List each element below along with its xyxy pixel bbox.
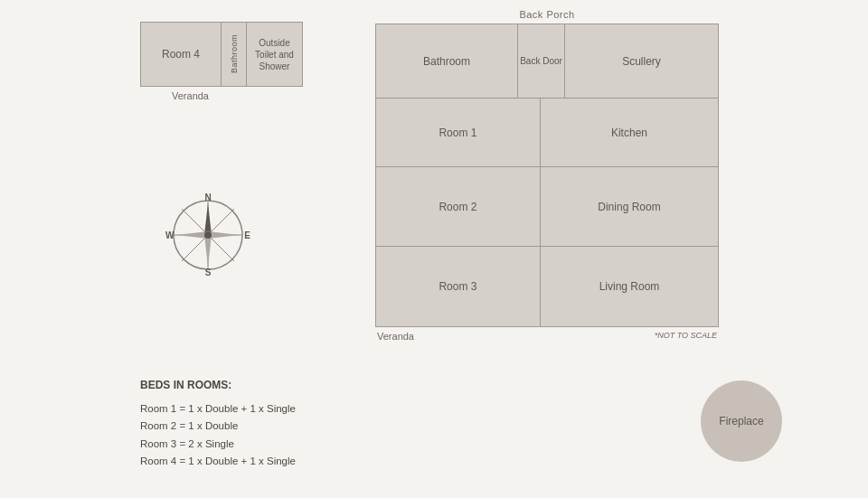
row3: Room 2 Dining Room [376,167,718,247]
room1-cell: Room 1 [376,99,541,166]
room4-label: Room 4 [162,48,200,61]
veranda-left-label: Veranda [172,90,209,101]
beds-line-1: Room 1 = 1 x Double + 1 x Single [140,400,296,418]
kitchen-cell: Kitchen [541,99,718,166]
diningroom-label: Dining Room [598,201,660,213]
bathroom-small-cell: Bathroom [222,22,247,87]
scullery-cell: Scullery [565,24,718,98]
beds-line-4: Room 4 = 1 x Double + 1 x Single [140,453,296,471]
fireplace: Fireplace [701,381,782,462]
bathroom-label: Bathroom [423,55,470,68]
room2-cell: Room 2 [376,167,541,246]
floorplan: Room 4 Bathroom Outside Toilet and Showe… [0,0,868,498]
row2: Room 1 Kitchen [376,99,718,167]
svg-marker-6 [204,235,212,267]
svg-point-9 [204,231,212,239]
svg-marker-8 [176,231,208,239]
compass-north: N [204,193,211,202]
backdoor-cell: Back Door [518,24,565,98]
kitchen-label: Kitchen [611,127,647,139]
fireplace-label: Fireplace [719,415,763,428]
bathroom-small-label: Bathroom [230,34,239,73]
beds-line-2: Room 2 = 1 x Double [140,418,296,436]
outside-toilet-label: Outside Toilet and Shower [250,37,298,72]
back-porch-label: Back Porch [375,9,719,20]
not-to-scale-label: *NOT TO SCALE [655,331,717,342]
beds-line-3: Room 3 = 2 x Single [140,436,296,454]
compass: N S W E [167,194,249,276]
row4: Room 3 Living Room [376,247,718,326]
veranda-main-row: Veranda *NOT TO SCALE [375,331,719,342]
room3-label: Room 3 [439,280,476,293]
main-grid: Back Porch Bathroom Back Door Scullery R… [375,9,719,342]
livingroom-cell: Living Room [541,247,718,326]
svg-marker-5 [204,203,212,235]
scullery-label: Scullery [622,55,661,68]
bathroom-cell: Bathroom [376,24,518,98]
veranda-main-label: Veranda [377,331,414,342]
compass-east: E [244,230,250,240]
backdoor-label: Back Door [520,55,562,67]
rooms-grid: Bathroom Back Door Scullery Room 1 Kitch… [375,23,719,327]
room4-cell: Room 4 [140,22,222,87]
svg-marker-7 [208,231,240,239]
room2-label: Room 2 [439,201,476,213]
diningroom-cell: Dining Room [541,167,718,246]
room3-cell: Room 3 [376,247,541,326]
beds-info: BEDS IN ROOMS: Room 1 = 1 x Double + 1 x… [140,376,296,471]
row1: Bathroom Back Door Scullery [376,24,718,99]
outside-toilet-cell: Outside Toilet and Shower [247,22,303,87]
compass-west: W [165,230,174,240]
livingroom-label: Living Room [599,280,660,293]
compass-south: S [205,268,212,277]
left-upper-section: Room 4 Bathroom Outside Toilet and Showe… [140,22,303,87]
beds-title: BEDS IN ROOMS: [140,376,296,394]
compass-svg [167,194,249,276]
room1-label: Room 1 [439,127,476,139]
